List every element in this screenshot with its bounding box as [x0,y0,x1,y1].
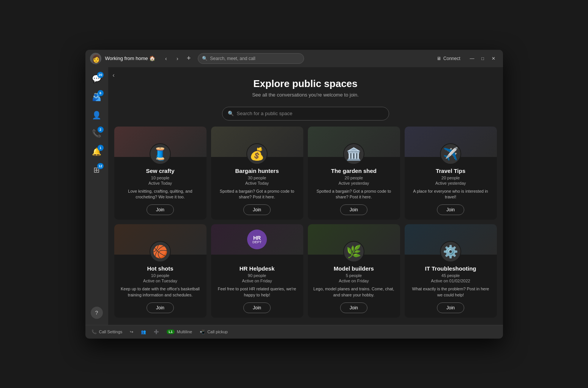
hr-icon: HRDEPT [247,230,267,249]
join-button-garden-shed[interactable]: Join [340,204,367,215]
card-people-garden-shed: 20 people [345,176,363,180]
card-body-garden-shed: The garden shed 20 people Active yesterd… [308,157,400,220]
sidebar-item-activity[interactable]: 🔔 1 [88,143,105,160]
card-activity-bargain-hunters: Active Today [245,181,269,185]
explore-subtitle: See all the conversations you're welcome… [116,92,495,98]
card-activity-sew-crafty: Active Today [148,181,172,185]
connect-button[interactable]: 🖥 Connect [437,56,460,61]
join-button-bargain-hunters[interactable]: Join [243,204,271,215]
card-banner-it-troubleshooting: ⚙️ [405,224,497,255]
card-people-hr-helpdesk: 90 people [248,273,266,278]
card-description-sew-crafty: Love knitting, crafting, quilting, and c… [119,188,202,200]
space-card-bargain-hunters: 💰 Bargain hunters 30 people Active Today… [211,127,303,220]
card-banner-garden-shed: 🏛️ [308,127,400,157]
card-body-travel-tips: Travel Tips 20 people Active yesterday A… [405,157,497,220]
card-title-model-builders: Model builders [334,265,374,272]
card-title-travel-tips: Travel Tips [436,168,465,174]
space-icon-bargain-hunters: 💰 [246,143,268,165]
card-banner-hot-shots: 🏀 [114,224,207,255]
nav-back-button[interactable]: ‹ [161,53,171,64]
card-title-hot-shots: Hot shots [147,265,173,272]
multiline-label: Multiline [177,329,192,334]
explore-header: Explore public spaces See all the conver… [108,67,503,104]
people-badge: 6 [98,90,104,96]
cards-container: 🧵 Sew crafty 10 people Active Today Love… [108,127,503,325]
sidebar-item-chat[interactable]: 💬 20 [88,70,105,87]
space-icon-sew-crafty: 🧵 [150,143,171,165]
card-title-bargain-hunters: Bargain hunters [235,168,279,174]
join-button-it-troubleshooting[interactable]: Join [437,302,464,313]
call-pickup-label: Call pickup [207,329,228,334]
join-button-hot-shots[interactable]: Join [147,302,174,313]
space-card-hot-shots: 🏀 Hot shots 10 people Active on Tuesday … [114,224,207,318]
card-banner-travel-tips: ✈️ [405,127,497,157]
sidebar: 💬 20 🫂 6 👤 📞 2 🔔 1 ⊞ 12 [85,67,108,325]
nav-forward-button[interactable]: › [172,53,183,64]
card-body-model-builders: Model builders 5 people Active on Friday… [308,255,400,318]
join-button-sew-crafty[interactable]: Join [147,204,174,215]
card-title-it-troubleshooting: IT Troubleshooting [425,265,476,272]
card-title-sew-crafty: Sew crafty [146,168,174,174]
forward-icon: ↪ [130,329,133,334]
join-button-travel-tips[interactable]: Join [437,204,464,215]
sidebar-item-contacts[interactable]: 👤 [88,107,105,124]
call-settings-item[interactable]: 📞 Call Settings [91,329,123,334]
minimize-button[interactable]: — [467,54,477,63]
call-pickup-icon: 📲 [200,329,205,334]
card-activity-hr-helpdesk: Active on Friday [242,279,272,283]
card-activity-hot-shots: Active on Tuesday [143,279,177,283]
join-button-model-builders[interactable]: Join [340,302,367,313]
sidebar-item-apps[interactable]: ⊞ 12 [88,162,105,178]
multiline-badge: L1 [167,329,175,334]
search-public-input[interactable]: 🔍 Search for a public space [222,107,389,120]
explore-title: Explore public spaces [116,78,495,90]
plus-icon-item[interactable]: ➕ [154,329,159,334]
space-icon-hot-shots: 🏀 [150,241,171,262]
apps-badge: 12 [97,163,103,169]
space-icon-garden-shed: 🏛️ [343,143,364,165]
card-activity-model-builders: Active on Friday [339,279,369,283]
bottom-bar: 📞 Call Settings ↪ 👥 ➕ L1 Multiline 📲 Cal… [85,325,503,339]
search-icon: 🔍 [202,56,208,61]
card-description-hot-shots: Keep up to date with the office's basket… [119,286,202,298]
sidebar-item-calls[interactable]: 📞 2 [88,125,105,142]
avatar[interactable] [90,53,101,64]
help-icon: ? [95,310,98,316]
main-layout: 💬 20 🫂 6 👤 📞 2 🔔 1 ⊞ 12 [85,67,503,325]
card-title-hr-helpdesk: HR Helpdesk [240,265,275,272]
card-people-hot-shots: 10 people [151,273,169,278]
group-icon: 👥 [141,329,146,334]
card-description-bargain-hunters: Spotted a bargain? Got a promo code to s… [216,188,299,200]
card-description-hr-helpdesk: Feel free to post HR related queries, we… [216,286,299,298]
content-area: ‹ Explore public spaces See all the conv… [108,67,503,325]
space-icon-it-troubleshooting: ⚙️ [440,241,461,262]
join-button-hr-helpdesk[interactable]: Join [243,302,271,313]
multiline-item[interactable]: L1 Multiline [167,329,192,334]
space-card-garden-shed: 🏛️ The garden shed 20 people Active yest… [308,127,400,220]
forward-icon-item[interactable]: ↪ [130,329,133,334]
back-button[interactable]: ‹ [113,72,115,79]
global-search[interactable]: 🔍 Search, meet, and call [198,53,304,64]
card-activity-travel-tips: Active yesterday [435,181,466,185]
card-body-hot-shots: Hot shots 10 people Active on Tuesday Ke… [114,255,207,318]
maximize-button[interactable]: □ [478,54,488,63]
calls-badge: 2 [98,127,104,133]
card-body-hr-helpdesk: HR Helpdesk 90 people Active on Friday F… [211,255,303,318]
call-pickup-item[interactable]: 📲 Call pickup [200,329,228,334]
group-icon-item[interactable]: 👥 [141,329,146,334]
card-people-model-builders: 5 people [346,273,362,278]
space-card-model-builders: 🌿 Model builders 5 people Active on Frid… [308,224,400,318]
card-description-garden-shed: Spotted a bargain? Got a promo code to s… [312,188,396,200]
cards-grid: 🧵 Sew crafty 10 people Active Today Love… [114,127,497,318]
card-banner-bargain-hunters: 💰 [211,127,303,157]
space-card-it-troubleshooting: ⚙️ IT Troubleshooting 45 people Active o… [405,224,497,318]
card-people-travel-tips: 20 people [441,176,460,180]
card-description-it-troubleshooting: What exactly is the problem? Post in her… [409,286,492,298]
sidebar-item-people[interactable]: 🫂 6 [88,89,105,105]
new-tab-button[interactable]: + [183,53,194,64]
card-activity-garden-shed: Active yesterday [339,181,369,185]
close-button[interactable]: ✕ [489,54,498,63]
card-description-travel-tips: A place for everyone who is interested i… [409,188,492,200]
card-banner-model-builders: 🌿 [308,224,400,255]
help-button[interactable]: ? [91,307,103,319]
